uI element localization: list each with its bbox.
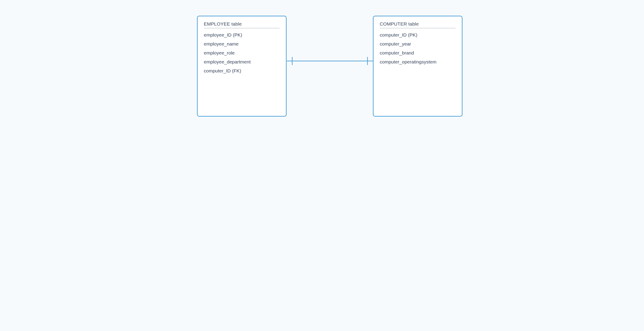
entity-computer: COMPUTER table computer_ID (PK) computer… [373,16,462,117]
field-item: employee_name [204,40,280,49]
field-item: computer_operatingsystem [380,57,456,66]
entity-computer-title: COMPUTER table [380,21,456,28]
field-item: computer_ID (PK) [380,31,456,40]
field-item: employee_ID (PK) [204,31,280,40]
field-item: computer_brand [380,49,456,57]
field-item: computer_ID (FK) [204,66,280,75]
field-item: employee_department [204,57,280,66]
er-diagram-canvas: EMPLOYEE table employee_ID (PK) employee… [161,0,483,166]
entity-employee: EMPLOYEE table employee_ID (PK) employee… [197,16,286,117]
entity-employee-title: EMPLOYEE table [204,21,280,28]
relationship-connector-one-to-one [287,56,373,66]
field-item: computer_year [380,40,456,49]
field-item: employee_role [204,49,280,57]
entity-employee-fields: employee_ID (PK) employee_name employee_… [204,31,280,75]
entity-computer-fields: computer_ID (PK) computer_year computer_… [380,31,456,66]
